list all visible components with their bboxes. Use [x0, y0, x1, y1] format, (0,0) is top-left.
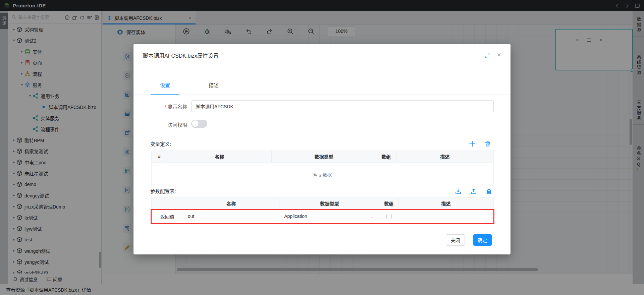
- column-header: 数组: [376, 151, 396, 162]
- tab-description[interactable]: 描述: [199, 81, 228, 88]
- display-name-field[interactable]: [191, 100, 494, 112]
- access-permission-label: 访问权限: [137, 121, 187, 128]
- maximize-icon[interactable]: [484, 53, 490, 59]
- display-name-label: *显示名称: [137, 103, 187, 110]
- variables-section-title: 变量定义:: [150, 140, 171, 147]
- column-header: 数据类型: [272, 151, 376, 162]
- import-params-icon[interactable]: [455, 188, 462, 195]
- param-description-field[interactable]: [401, 211, 490, 221]
- empty-data-text: 暂无数据: [152, 163, 493, 187]
- param-array-checkbox[interactable]: [386, 214, 392, 219]
- params-section-title: 参数配置表:: [150, 187, 176, 194]
- column-header: [152, 198, 183, 209]
- dialog-tabs: 设置 描述: [133, 77, 511, 95]
- param-kind-cell: 返回值: [152, 210, 183, 223]
- access-permission-toggle[interactable]: [191, 120, 207, 128]
- tab-settings[interactable]: 设置: [151, 81, 179, 88]
- delete-params-icon[interactable]: [486, 188, 492, 195]
- close-icon[interactable]: ×: [497, 51, 501, 58]
- column-header: 描述: [398, 198, 493, 209]
- params-table: 名称数据类型数组描述: [151, 197, 494, 210]
- export-params-icon[interactable]: [470, 188, 477, 195]
- column-header: 描述: [396, 151, 493, 162]
- chevron-down-icon: [370, 215, 374, 219]
- param-type-select[interactable]: Application: [282, 211, 376, 221]
- param-name-field[interactable]: out: [186, 211, 276, 221]
- add-variable-icon[interactable]: [469, 140, 476, 147]
- variables-table: #名称数据类型数组描述 暂无数据: [151, 151, 494, 187]
- column-header: 名称: [167, 151, 272, 162]
- column-header: 数据类型: [279, 198, 380, 209]
- column-header: 数组: [380, 198, 398, 209]
- column-header: #: [152, 151, 167, 162]
- delete-variable-icon[interactable]: [484, 140, 491, 147]
- param-row-highlighted: 返回值 out Application: [151, 209, 494, 224]
- column-header: 名称: [183, 198, 279, 209]
- dialog-title: 脚本调用AFCSDK.bizx属性设置: [143, 51, 219, 59]
- tabs-divider: [133, 95, 511, 95]
- properties-dialog: 脚本调用AFCSDK.bizx属性设置 × 设置 描述 *显示名称 访问权限 变…: [133, 44, 511, 254]
- close-button[interactable]: 关闭: [446, 234, 465, 246]
- ok-button[interactable]: 确定: [473, 234, 492, 246]
